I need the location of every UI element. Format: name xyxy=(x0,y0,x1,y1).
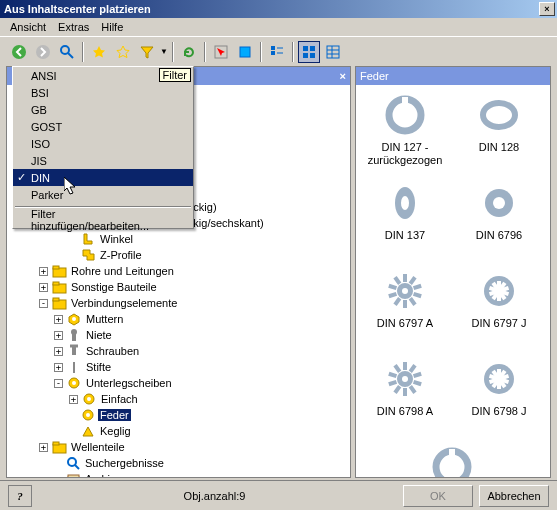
tree-item[interactable]: -Unterlegscheiben xyxy=(9,375,348,391)
tree-item-label: Unterlegscheiben xyxy=(84,377,174,389)
forward-button[interactable] xyxy=(32,41,54,63)
filter-option[interactable]: BSI xyxy=(13,84,193,101)
tree-item-label: Schrauben xyxy=(84,345,141,357)
menu-help[interactable]: Hilfe xyxy=(95,19,129,35)
content-item[interactable]: DIN 127 - zurückgezogen xyxy=(358,91,452,179)
z-profile-icon xyxy=(80,248,96,262)
expander-icon[interactable]: + xyxy=(39,443,48,452)
filter-option[interactable]: JIS xyxy=(13,152,193,169)
svg-point-95 xyxy=(495,375,503,383)
filter-edit-option[interactable]: Filter hinzufügen/bearbeiten... xyxy=(13,211,193,228)
tree-item[interactable]: Z-Profile xyxy=(9,247,348,263)
svg-rect-42 xyxy=(402,97,408,107)
back-button[interactable] xyxy=(8,41,30,63)
filter-option[interactable]: ANSIFilter xyxy=(13,67,193,84)
filter-option-label: DIN xyxy=(31,172,50,184)
content-item[interactable]: DIN 137 xyxy=(358,179,452,267)
svg-rect-54 xyxy=(409,297,417,306)
svg-rect-80 xyxy=(393,385,401,394)
refresh-button[interactable] xyxy=(178,41,200,63)
separator xyxy=(172,42,174,62)
item-label: DIN 6796 xyxy=(472,229,526,242)
view-table-button[interactable] xyxy=(322,41,344,63)
svg-line-38 xyxy=(75,465,79,469)
expander-icon[interactable]: + xyxy=(54,363,63,372)
menu-extras[interactable]: Extras xyxy=(52,19,95,35)
filter-option[interactable]: ISO xyxy=(13,135,193,152)
panel-close-icon[interactable]: × xyxy=(340,70,346,82)
content-item[interactable]: DIN 6797 A xyxy=(358,267,452,355)
svg-rect-75 xyxy=(409,364,417,373)
expander-icon[interactable]: + xyxy=(54,315,63,324)
tree-item[interactable]: +Einfach xyxy=(9,391,348,407)
tree-item[interactable]: Archiv xyxy=(9,471,348,477)
content-item[interactable]: DIN 6796 xyxy=(452,179,546,267)
tree-item[interactable]: +Stifte xyxy=(9,359,348,375)
separator xyxy=(292,42,294,62)
ok-button[interactable]: OK xyxy=(403,485,473,507)
washer-icon xyxy=(385,95,425,135)
filter-option[interactable]: Parker xyxy=(13,186,193,203)
cancel-button[interactable]: Abbrechen xyxy=(479,485,549,507)
search-icon xyxy=(65,456,81,470)
filter-option[interactable]: GOST xyxy=(13,118,193,135)
tree-item[interactable]: -Verbindungselemente xyxy=(9,295,348,311)
menu-view[interactable]: Ansicht xyxy=(4,19,52,35)
svg-rect-59 xyxy=(393,276,401,285)
separator xyxy=(82,42,84,62)
filter-edit-label: Filter hinzufügen/bearbeiten... xyxy=(31,208,175,232)
washer-icon xyxy=(80,408,96,422)
tree-item[interactable]: Suchergebnisse xyxy=(9,455,348,471)
tree-item[interactable]: +Muttern xyxy=(9,311,348,327)
expander-icon[interactable]: + xyxy=(54,347,63,356)
content-item[interactable]: DIN 6797 J xyxy=(452,267,546,355)
content-grid[interactable]: DIN 127 - zurückgezogenDIN 128DIN 137DIN… xyxy=(356,85,550,477)
content-item[interactable]: DIN 7980 - zurückgezogen xyxy=(358,443,546,477)
tree-item-label: Niete xyxy=(84,329,114,341)
expander-icon[interactable]: - xyxy=(39,299,48,308)
svg-point-47 xyxy=(493,197,505,209)
svg-point-49 xyxy=(402,288,408,294)
filter-option-label: GB xyxy=(31,104,47,116)
view-icons-button[interactable] xyxy=(298,41,320,63)
content-item[interactable]: DIN 6798 A xyxy=(358,355,452,443)
tree-item-label: Sonstige Bauteile xyxy=(69,281,159,293)
svg-rect-21 xyxy=(53,282,59,285)
filter-button[interactable] xyxy=(136,41,158,63)
statusbar: ? Obj.anzahl:9 OK Abbrechen xyxy=(0,480,557,510)
dropdown-arrow-icon[interactable]: ▼ xyxy=(160,47,168,56)
tree-item[interactable]: +Sonstige Bauteile xyxy=(9,279,348,295)
tree-item[interactable]: +Niete xyxy=(9,327,348,343)
filter-option[interactable]: GB xyxy=(13,101,193,118)
expander-icon[interactable]: + xyxy=(54,331,63,340)
expander-icon[interactable]: + xyxy=(69,395,78,404)
svg-rect-5 xyxy=(240,47,250,57)
select-button[interactable] xyxy=(210,41,232,63)
favorites-list-button[interactable] xyxy=(112,41,134,63)
tree-item[interactable]: Feder xyxy=(9,407,348,423)
content-item[interactable]: DIN 6798 J xyxy=(452,355,546,443)
nut-icon xyxy=(66,312,82,326)
search-button[interactable] xyxy=(56,41,78,63)
tree-item[interactable]: +Schrauben xyxy=(9,343,348,359)
family-button[interactable] xyxy=(234,41,256,63)
filter-dropdown[interactable]: ANSIFilterBSIGBGOSTISOJIS✓DINParkerFilte… xyxy=(12,66,194,229)
content-item[interactable]: DIN 128 xyxy=(452,91,546,179)
tree-item[interactable]: +Wellenteile xyxy=(9,439,348,455)
svg-rect-97 xyxy=(449,449,455,459)
rivet-icon xyxy=(66,328,82,342)
expander-icon[interactable]: - xyxy=(54,379,63,388)
washer-icon xyxy=(385,183,425,223)
help-button[interactable]: ? xyxy=(8,485,32,507)
tree-item[interactable]: Winkel xyxy=(9,231,348,247)
view-list-button[interactable] xyxy=(266,41,288,63)
expander-icon[interactable]: + xyxy=(39,283,48,292)
tree-item[interactable]: +Rohre und Leitungen xyxy=(9,263,348,279)
washer-icon xyxy=(479,359,519,399)
close-button[interactable]: × xyxy=(539,2,555,16)
filter-option[interactable]: ✓DIN xyxy=(13,169,193,186)
tree-item[interactable]: Keglig xyxy=(9,423,348,439)
expander-icon[interactable]: + xyxy=(39,267,48,276)
favorite-button[interactable] xyxy=(88,41,110,63)
check-icon: ✓ xyxy=(17,171,26,184)
